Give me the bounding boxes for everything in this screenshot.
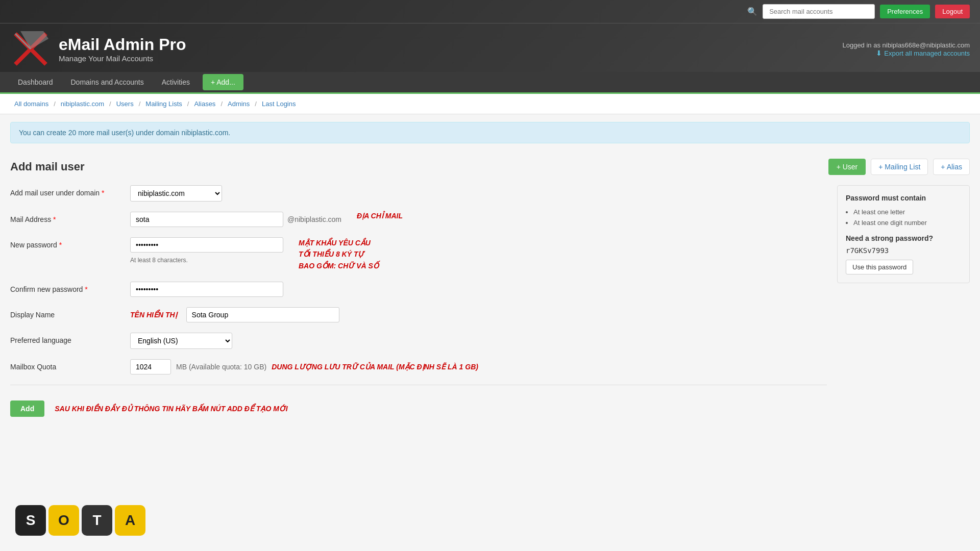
section-title: Add mail user: [10, 160, 84, 173]
logo-icon: [10, 29, 51, 69]
header-top-bar: 🔍 Preferences Logout: [0, 0, 980, 23]
breadcrumb-sep-3: /: [138, 100, 142, 108]
section-actions: + User + Mailing List + Alias: [828, 159, 970, 175]
brand-area: eMail Admin Pro Manage Your Mail Account…: [10, 29, 186, 69]
breadcrumb-sep-5: /: [219, 100, 224, 108]
new-password-label: New password *: [10, 237, 122, 249]
strong-password-label: Need a strong password?: [846, 234, 961, 242]
add-annotation: SAU KHI ĐIỀN ĐẦY ĐỦ THÔNG TIN HÃY BẤM NÚ…: [55, 405, 288, 413]
password-row-group: At least 8 characters.: [130, 237, 283, 264]
confirm-password-required: *: [85, 285, 87, 293]
breadcrumb-all-domains[interactable]: All domains: [10, 94, 53, 114]
password-req-1: At least one letter: [853, 208, 961, 216]
brand-text: eMail Admin Pro Manage Your Mail Account…: [59, 35, 186, 63]
quota-label: Mailbox Quota: [10, 359, 122, 371]
mail-address-label: Mail Address *: [10, 212, 122, 223]
quota-annotation: DUNG LƯỢNG LƯU TRỮ CỦA MAIL (MẶC ĐỊNH SẼ…: [272, 363, 478, 371]
mail-address-input[interactable]: [130, 212, 283, 227]
password-panel-title: Password must contain: [846, 194, 961, 202]
nav-activities[interactable]: Activities: [154, 72, 198, 92]
breadcrumb-sep-4: /: [186, 100, 190, 108]
form-divider: [10, 385, 827, 385]
password-panel: Password must contain At least one lette…: [837, 185, 970, 283]
domain-label: Add mail user under domain *: [10, 185, 122, 197]
add-submit-button[interactable]: Add: [10, 400, 44, 417]
nav-domains-accounts[interactable]: Domains and Accounts: [63, 72, 152, 92]
display-name-group: TÊN HIỂN THỊ: [130, 307, 339, 322]
mail-address-group: @nibiplastic.com: [130, 212, 341, 227]
form-main: Add mail user under domain * nibiplastic…: [10, 185, 827, 422]
breadcrumb-admins[interactable]: Admins: [224, 94, 254, 114]
suggested-password: r7GKSv7993: [846, 246, 961, 255]
breadcrumb-last-logins[interactable]: Last Logins: [258, 94, 300, 114]
domain-select[interactable]: nibiplastic.com: [130, 185, 222, 202]
language-select[interactable]: English (US): [130, 333, 232, 349]
display-name-label: Display Name: [10, 307, 122, 319]
breadcrumb-users[interactable]: Users: [112, 94, 138, 114]
domain-required: *: [102, 189, 104, 197]
header: 🔍 Preferences Logout eMail Admin Pro Man…: [0, 0, 980, 94]
form-layout: Add mail user under domain * nibiplastic…: [10, 185, 970, 422]
quota-unit: MB (Available quota: 10 GB): [176, 363, 266, 371]
display-name-annotation: TÊN HIỂN THỊ: [130, 311, 177, 319]
add-user-button[interactable]: + User: [828, 159, 866, 175]
password-annotation: MẬT KHẨU YÊU CẦU TỐI THIỂU 8 KÝ TỰ BAO G…: [299, 237, 379, 271]
form-row-domain: Add mail user under domain * nibiplastic…: [10, 185, 827, 202]
new-password-required: *: [59, 241, 62, 249]
add-alias-button[interactable]: + Alias: [933, 159, 970, 175]
search-input[interactable]: [763, 4, 875, 19]
breadcrumb-sep-1: /: [53, 100, 57, 108]
mail-address-annotation: ĐỊA CHỈ MAIL: [357, 212, 403, 220]
logout-button[interactable]: Logout: [935, 5, 970, 18]
password-requirements-list: At least one letter At least one digit n…: [853, 208, 961, 227]
brand-tagline: Manage Your Mail Accounts: [59, 54, 186, 63]
logged-in-text: Logged in as nibiplas668e@nibiplastic.co…: [842, 41, 970, 49]
confirm-password-input[interactable]: [130, 282, 283, 297]
breadcrumb-sep-2: /: [108, 100, 112, 108]
section-header: Add mail user + User + Mailing List + Al…: [10, 159, 970, 175]
user-info-area: Logged in as nibiplas668e@nibiplastic.co…: [842, 41, 970, 57]
new-password-input[interactable]: [130, 237, 283, 253]
password-req-2: At least one digit number: [853, 219, 961, 227]
password-hint: At least 8 characters.: [130, 257, 283, 264]
nav-bar: Dashboard Domains and Accounts Activitie…: [0, 72, 980, 94]
form-row-new-password: New password * At least 8 characters. MẬ…: [10, 237, 827, 271]
use-password-button[interactable]: Use this password: [846, 260, 913, 274]
export-link[interactable]: Export all managed accounts: [884, 49, 970, 57]
confirm-password-label: Confirm new password *: [10, 282, 122, 293]
breadcrumb-aliases[interactable]: Aliases: [190, 94, 219, 114]
brand-name: eMail Admin Pro: [59, 35, 186, 54]
form-row-confirm-password: Confirm new password *: [10, 282, 827, 297]
main-content: Add mail user + User + Mailing List + Al…: [10, 151, 970, 430]
mail-address-required: *: [53, 215, 56, 223]
breadcrumb-domain[interactable]: nibiplastic.com: [57, 94, 108, 114]
add-section: Add SAU KHI ĐIỀN ĐẦY ĐỦ THÔNG TIN HÃY BẤ…: [10, 395, 827, 422]
header-actions: 🔍 Preferences Logout: [747, 4, 970, 19]
breadcrumb-sep-6: /: [254, 100, 258, 108]
form-row-display-name: Display Name TÊN HIỂN THỊ: [10, 307, 827, 322]
quota-group: MB (Available quota: 10 GB) DUNG LƯỢNG L…: [130, 359, 478, 374]
form-row-mail-address: Mail Address * @nibiplastic.com ĐỊA CHỈ …: [10, 212, 827, 227]
form-row-quota: Mailbox Quota MB (Available quota: 10 GB…: [10, 359, 827, 374]
quota-input[interactable]: [130, 359, 171, 374]
breadcrumb-mailing-lists[interactable]: Mailing Lists: [141, 94, 186, 114]
export-icon: ⬇: [876, 49, 882, 57]
nav-add-button[interactable]: + Add...: [203, 74, 243, 90]
info-banner: You can create 20 more mail user(s) unde…: [10, 122, 970, 143]
search-icon: 🔍: [747, 7, 757, 16]
breadcrumb-bar: All domains / nibiplastic.com / Users / …: [0, 94, 980, 114]
language-label: Preferred language: [10, 333, 122, 344]
nav-dashboard[interactable]: Dashboard: [10, 72, 61, 92]
form-row-language: Preferred language English (US): [10, 333, 827, 349]
display-name-input[interactable]: [186, 307, 339, 322]
at-domain: @nibiplastic.com: [287, 215, 341, 223]
header-main: eMail Admin Pro Manage Your Mail Account…: [0, 23, 980, 72]
add-mailing-list-button[interactable]: + Mailing List: [871, 159, 928, 175]
svg-marker-4: [20, 31, 48, 49]
preferences-button[interactable]: Preferences: [880, 5, 930, 18]
